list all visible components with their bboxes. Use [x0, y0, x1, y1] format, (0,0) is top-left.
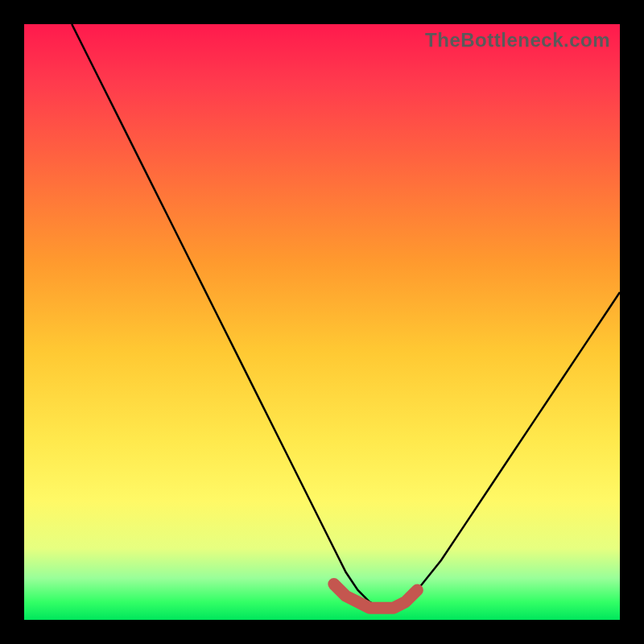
chart-container: TheBottleneck.com [0, 0, 644, 644]
bottleneck-curve-path [72, 24, 620, 608]
plot-area: TheBottleneck.com [24, 24, 620, 620]
optimal-region-path [334, 584, 418, 609]
watermark-text: TheBottleneck.com [425, 29, 610, 52]
chart-svg [24, 24, 620, 620]
